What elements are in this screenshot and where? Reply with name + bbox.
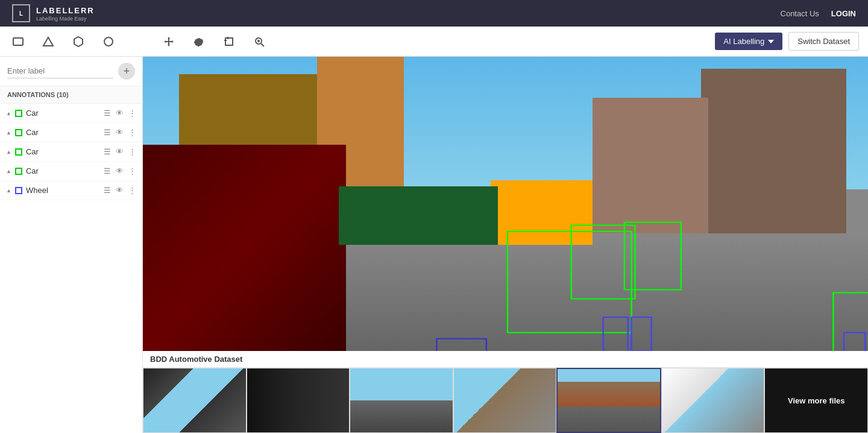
circle-tool[interactable] [99,33,118,51]
main-toolbar: AI Labelling Switch Dataset [0,27,868,57]
header-right: Contact Us LOGIN [781,9,856,18]
logo-subtitle: Labelling Made Easy [36,16,95,22]
filmstrip-item[interactable] [247,368,350,433]
eye-icon[interactable]: 👁 [116,166,124,175]
note-icon[interactable]: ☰ [104,166,111,175]
canvas-area[interactable] [143,57,868,351]
annotation-actions: ☰ 👁 ⋮ [104,186,136,195]
settings-tool[interactable] [190,33,208,51]
filmstrip-item[interactable] [556,368,661,433]
annotation-actions: ☰ 👁 ⋮ [104,128,136,137]
storefront [339,186,498,245]
annotation-actions: ☰ 👁 ⋮ [104,109,136,118]
note-icon[interactable]: ☰ [104,109,111,118]
note-icon[interactable]: ☰ [104,128,111,137]
contact-us-link[interactable]: Contact Us [781,9,819,18]
chevron-icon[interactable]: ▲ [6,168,11,174]
annotation-item: ▲ Wheel ☰ 👁 ⋮ [0,181,142,200]
annotation-item: ▲ Car ☰ 👁 ⋮ [0,123,142,142]
polygon-tool[interactable] [69,33,87,51]
note-icon[interactable]: ☰ [104,186,111,195]
filmstrip-item[interactable] [453,368,557,433]
filmstrip-item[interactable] [350,368,453,433]
annotation-label: Car [26,128,100,137]
eye-icon[interactable]: 👁 [116,186,124,195]
more-icon[interactable]: ⋮ [128,186,136,195]
annotation-color-box [15,129,22,136]
svg-marker-1 [43,37,53,46]
filmstrip-item[interactable] [661,368,765,433]
eye-icon[interactable]: 👁 [116,147,124,156]
note-icon[interactable]: ☰ [104,147,111,156]
app-header: L LABELLERR Labelling Made Easy Contact … [0,0,868,27]
annotation-color-box [15,187,22,194]
more-icon[interactable]: ⋮ [128,147,136,156]
toolbar-tools [9,33,703,51]
annotation-item: ▲ Car ☰ 👁 ⋮ [0,142,142,162]
crop-tool[interactable] [220,33,238,51]
svg-rect-0 [13,38,23,45]
chevron-icon[interactable]: ▲ [6,110,11,116]
view-more-item[interactable]: View more files [764,368,868,433]
chevron-icon[interactable]: ▲ [6,130,11,136]
eye-icon[interactable]: 👁 [116,109,124,118]
pickup-truck [143,145,346,351]
annotation-color-box [15,110,22,117]
annotation-label: Car [26,166,100,175]
street-scene [143,57,868,351]
annotation-item: ▲ Car ☰ 👁 ⋮ [0,162,142,181]
login-button[interactable]: LOGIN [831,9,856,18]
dataset-label: BDD Automotive Dataset [143,351,868,368]
logo-icon: L [12,4,30,22]
rectangle-tool[interactable] [9,33,27,51]
more-icon[interactable]: ⋮ [128,166,136,175]
switch-dataset-button[interactable]: Switch Dataset [788,32,859,51]
annotation-actions: ☰ 👁 ⋮ [104,147,136,156]
view-more-label: View more files [788,396,844,405]
canvas-wrapper [143,57,868,351]
annotation-color-box [15,168,22,175]
logo-area: L LABELLERR Labelling Made Easy [12,4,95,22]
ai-labelling-button[interactable]: AI Labelling [715,33,782,50]
svg-line-5 [261,43,264,46]
annotation-list: ▲ Car ☰ 👁 ⋮ ▲ Car ☰ 👁 ⋮ [0,104,142,433]
building-right [701,69,846,245]
annotation-label: Wheel [26,186,100,195]
svg-marker-2 [74,37,83,46]
building-far-right [593,98,708,245]
logo-text-group: LABELLERR Labelling Made Easy [36,5,95,22]
chevron-icon[interactable]: ▲ [6,149,11,155]
annotation-item: ▲ Car ☰ 👁 ⋮ [0,104,142,123]
annotation-color-box [15,148,22,156]
chevron-icon[interactable]: ▲ [6,188,11,194]
annotations-header: ANNOTATIONS (10) [0,86,142,104]
triangle-tool[interactable] [39,33,57,51]
main-layout: + ANNOTATIONS (10) ▲ Car ☰ 👁 ⋮ ▲ Car [0,57,868,433]
annotation-actions: ☰ 👁 ⋮ [104,166,136,175]
label-input[interactable] [7,64,113,78]
more-icon[interactable]: ⋮ [128,109,136,118]
eye-icon[interactable]: 👁 [116,128,124,137]
move-tool[interactable] [160,33,178,51]
add-label-button[interactable]: + [118,63,135,80]
svg-point-3 [104,37,113,46]
label-input-row: + [0,57,142,86]
toolbar-right-actions: AI Labelling Switch Dataset [715,32,859,51]
filmstrip: View more files [143,368,868,433]
left-panel: + ANNOTATIONS (10) ▲ Car ☰ 👁 ⋮ ▲ Car [0,57,143,433]
annotation-label: Car [26,109,100,118]
logo-title: LABELLERR [36,6,95,15]
zoom-tool[interactable] [250,33,268,51]
view-more-overlay[interactable]: View more files [765,368,867,432]
center-content: BDD Automotive Dataset View more files [143,57,868,433]
annotation-label: Car [26,147,100,156]
truck-shape [491,180,592,245]
filmstrip-item[interactable] [143,368,247,433]
more-icon[interactable]: ⋮ [128,128,136,137]
